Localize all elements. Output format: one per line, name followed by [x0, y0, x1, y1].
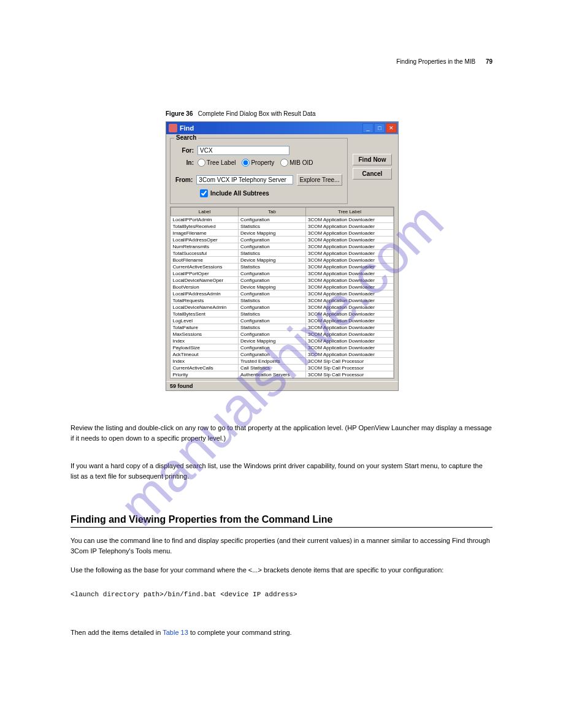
figure-label: Figure 36 — [166, 110, 193, 117]
radio-miboid-wrapper[interactable]: MIB OID — [280, 159, 313, 167]
cell-label: TotalBytesSent — [171, 311, 239, 317]
col-header-tab[interactable]: Tab — [239, 208, 306, 216]
table-row[interactable]: IndexTrusted Endpoints3COM Sip Call Proc… — [171, 358, 394, 365]
table-row[interactable]: CurrentActiveCallsCall Statistics3COM Si… — [171, 365, 394, 371]
cell-tab: Authentication Servers — [239, 371, 306, 378]
cancel-button[interactable]: Cancel — [353, 168, 392, 180]
cell-tab: Configuration — [239, 277, 306, 284]
from-label: From: — [175, 176, 196, 183]
paragraph-6: Then add the items detailed in Table 13 … — [71, 628, 492, 638]
col-header-label[interactable]: Label — [171, 208, 239, 216]
cell-label: MaxSessions — [171, 331, 239, 338]
header-text: Finding Properties in the MIB — [396, 58, 475, 65]
table-row[interactable]: LogLevelConfiguration3COM Application Do… — [171, 317, 394, 324]
cell-tree: 3COM Application Downloader — [306, 270, 394, 277]
table-row[interactable]: TotalBytesSentStatistics3COM Application… — [171, 311, 394, 317]
explore-tree-button[interactable]: Explore Tree... — [297, 174, 342, 186]
cell-tree: 3COM Application Downloader — [306, 304, 394, 311]
cell-label: Index — [171, 358, 239, 365]
dialog-title: Find — [180, 124, 194, 132]
cell-tab: Configuration — [239, 331, 306, 338]
table-row[interactable]: LocalIPAddressAdminConfiguration3COM App… — [171, 290, 394, 297]
cell-tree: 3COM Application Downloader — [306, 290, 394, 297]
table-row[interactable]: AckTimeoutConfiguration3COM Application … — [171, 351, 394, 358]
cell-label: LogLevel — [171, 317, 239, 324]
command-line: <launch directory path>/bin/find.bat <de… — [71, 590, 492, 600]
cell-tree: 3COM Application Downloader — [306, 237, 394, 243]
table-row[interactable]: TotalBytesReceivedStatistics3COM Applica… — [171, 223, 394, 230]
cell-tab: Configuration — [239, 216, 306, 223]
cell-label: PayloadSize — [171, 344, 239, 351]
table-row[interactable]: ImageFilenameDevice Mapping3COM Applicat… — [171, 230, 394, 237]
for-label: For: — [175, 147, 197, 154]
table-row[interactable]: CurrentActiveSessionsStatistics3COM Appl… — [171, 264, 394, 270]
cell-label: AckTimeout — [171, 351, 239, 358]
table-row[interactable]: LocalIPPortAdminConfiguration3COM Applic… — [171, 216, 394, 223]
cell-tab: Statistics — [239, 250, 306, 257]
radio-property-wrapper[interactable]: Property — [242, 159, 274, 167]
table-row[interactable]: LocalIPPortOperConfiguration3COM Applica… — [171, 270, 394, 277]
cell-tab: Statistics — [239, 264, 306, 270]
page-header: Finding Properties in the MIB 79 — [71, 58, 492, 65]
cell-tab: Configuration — [239, 304, 306, 311]
col-header-tree[interactable]: Tree Label — [306, 208, 394, 216]
radio-miboid[interactable] — [280, 159, 288, 167]
table-row[interactable]: LocalDeviceNameOperConfiguration3COM App… — [171, 277, 394, 284]
table-row[interactable]: BootFilenameDevice Mapping3COM Applicati… — [171, 257, 394, 264]
table-13-link[interactable]: Table 13 — [163, 629, 188, 636]
table-row[interactable]: LocalDeviceNameAdminConfiguration3COM Ap… — [171, 304, 394, 311]
cell-tree: 3COM Application Downloader — [306, 223, 394, 230]
cell-label: ImageFilename — [171, 230, 239, 237]
table-row[interactable]: TotalRequestsStatistics3COM Application … — [171, 297, 394, 304]
radio-tree-label-wrapper[interactable]: Tree Label — [197, 159, 236, 167]
cell-tree: 3COM Application Downloader — [306, 250, 394, 257]
cell-tree: 3COM Application Downloader — [306, 277, 394, 284]
cell-tab: Configuration — [239, 351, 306, 358]
maximize-button[interactable]: □ — [374, 123, 385, 133]
cell-tree: 3COM Sip Call Processor — [306, 371, 394, 378]
cell-label: CurrentActiveSessions — [171, 264, 239, 270]
table-row[interactable]: TotalSuccessfulStatistics3COM Applicatio… — [171, 250, 394, 257]
from-input[interactable] — [196, 175, 293, 184]
cell-tab: Configuration — [239, 270, 306, 277]
table-row[interactable]: PayloadSizeConfiguration3COM Application… — [171, 344, 394, 351]
table-row[interactable]: LocalIPAddressOperConfiguration3COM Appl… — [171, 237, 394, 243]
cell-label: TotalRequests — [171, 297, 239, 304]
find-now-button[interactable]: Find Now — [353, 154, 392, 165]
radio-property-text: Property — [251, 159, 274, 166]
cell-label: LocalDeviceNameOper — [171, 277, 239, 284]
close-button[interactable]: ✕ — [386, 123, 397, 133]
table-row[interactable]: MaxSessionsConfiguration3COM Application… — [171, 331, 394, 338]
radio-tree-label[interactable] — [197, 159, 205, 167]
table-row[interactable]: TotalFailureStatistics3COM Application D… — [171, 324, 394, 331]
cell-tree: 3COM Sip Call Processor — [306, 358, 394, 365]
table-row[interactable]: PriorityAuthentication Servers3COM Sip C… — [171, 371, 394, 378]
table-row[interactable]: BootVersionDevice Mapping3COM Applicatio… — [171, 284, 394, 290]
cell-tab: Trusted Endpoints — [239, 358, 306, 365]
cell-label: LocalDeviceNameAdmin — [171, 304, 239, 311]
cell-tab: Configuration — [239, 243, 306, 250]
cell-tab: Device Mapping — [239, 230, 306, 237]
include-subtrees-checkbox[interactable] — [200, 189, 208, 197]
page-number: 79 — [486, 58, 492, 65]
include-subtrees-label: Include All Subtrees — [210, 190, 269, 197]
radio-property[interactable] — [242, 159, 250, 167]
cell-label: Priority — [171, 371, 239, 378]
table-row[interactable]: IndexDevice Mapping3COM Application Down… — [171, 338, 394, 344]
cell-label: LocalIPPortOper — [171, 270, 239, 277]
cell-tree: 3COM Application Downloader — [306, 284, 394, 290]
minimize-button[interactable]: _ — [362, 123, 373, 133]
cell-tree: 3COM Application Downloader — [306, 230, 394, 237]
cell-tab: Statistics — [239, 297, 306, 304]
cell-tree: 3COM Application Downloader — [306, 317, 394, 324]
results-table-wrap: Label Tab Tree Label LocalIPPortAdminCon… — [170, 207, 394, 379]
for-input[interactable] — [197, 146, 289, 155]
section-rule — [71, 527, 492, 528]
in-label: In: — [175, 159, 197, 166]
cell-tree: 3COM Application Downloader — [306, 324, 394, 331]
table-row[interactable]: NumRetransmitsConfiguration3COM Applicat… — [171, 243, 394, 250]
figure-caption-text: Complete Find Dialog Box with Result Dat… — [198, 110, 316, 117]
cell-tree: 3COM Application Downloader — [306, 257, 394, 264]
cell-tree: 3COM Application Downloader — [306, 338, 394, 344]
search-panel: Search For: In: Tree Label Property MIB … — [170, 138, 348, 204]
